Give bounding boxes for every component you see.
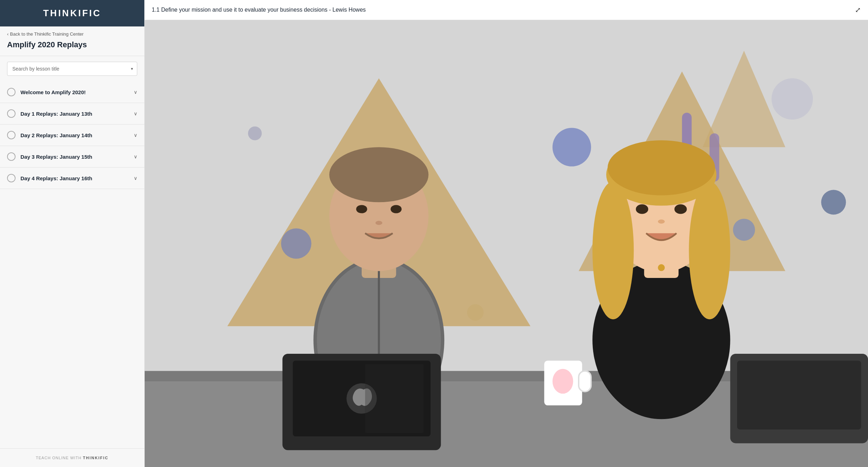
thinkific-logo: THINKIFIC — [43, 8, 101, 19]
svg-point-40 — [674, 204, 687, 214]
sidebar-footer: TEACH ONLINE WITH THINKIFIC — [0, 448, 144, 467]
svg-point-22 — [391, 205, 402, 213]
video-header: 1.1 Define your mission and use it to ev… — [145, 0, 868, 20]
footer-brand: THINKIFIC — [83, 456, 108, 460]
chapter-header-5[interactable]: Day 4 Replays: January 16th∨ — [7, 168, 137, 189]
chapter-header-1[interactable]: Welcome to Amplify 2020!∨ — [7, 81, 137, 103]
svg-rect-44 — [737, 360, 861, 429]
svg-point-39 — [636, 204, 648, 214]
chapter-label: Day 1 Replays: January 13th — [20, 111, 129, 117]
chevron-down-icon: ∨ — [134, 154, 137, 159]
chapter-header-3[interactable]: Day 2 Replays: January 14th∨ — [7, 125, 137, 146]
back-chevron-icon: ‹ — [7, 31, 8, 37]
chapter-circle-icon — [7, 174, 16, 182]
svg-point-23 — [375, 221, 382, 225]
svg-point-10 — [733, 219, 755, 241]
svg-point-9 — [772, 78, 813, 120]
svg-point-38 — [608, 140, 715, 195]
chapter-circle-icon — [7, 152, 16, 161]
search-container: Search by lesson title ▾ — [0, 56, 144, 81]
chapter-label: Day 2 Replays: January 14th — [20, 132, 129, 138]
chapter-item: Welcome to Amplify 2020!∨ — [0, 81, 144, 103]
svg-point-8 — [281, 229, 312, 259]
chapter-item: Day 2 Replays: January 14th∨ — [0, 125, 144, 146]
chapter-item: Day 4 Replays: January 16th∨ — [0, 168, 144, 189]
main-content: 1.1 Define your mission and use it to ev… — [145, 0, 868, 467]
sidebar: THINKIFIC ‹ Back to the Thinkific Traini… — [0, 0, 145, 467]
svg-point-12 — [248, 127, 262, 140]
footer-text: TEACH ONLINE WITH — [36, 456, 82, 460]
chapter-label: Day 3 Replays: January 15th — [20, 154, 129, 160]
svg-point-42 — [658, 264, 665, 271]
video-scene — [145, 20, 868, 467]
chevron-down-icon: ∨ — [134, 89, 137, 95]
chapter-circle-icon — [7, 109, 16, 118]
chapter-circle-icon — [7, 88, 16, 96]
chapter-header-2[interactable]: Day 1 Replays: January 13th∨ — [7, 103, 137, 124]
search-dropdown-wrapper: Search by lesson title ▾ — [7, 62, 137, 76]
svg-point-36 — [592, 182, 634, 319]
chevron-down-icon: ∨ — [134, 111, 137, 116]
logo-area: THINKIFIC — [0, 0, 144, 26]
back-label: Back to the Thinkific Training Center — [10, 31, 84, 37]
chapter-item: Day 3 Replays: January 15th∨ — [0, 146, 144, 168]
svg-point-21 — [356, 205, 367, 213]
svg-point-20 — [329, 147, 428, 202]
svg-point-7 — [553, 128, 591, 166]
chapter-label: Welcome to Amplify 2020! — [20, 89, 129, 95]
course-title: Amplify 2020 Replays — [0, 39, 144, 56]
svg-point-37 — [689, 182, 730, 319]
svg-rect-28 — [365, 364, 424, 433]
chevron-down-icon: ∨ — [134, 175, 137, 181]
video-container[interactable] — [145, 20, 868, 467]
chevron-down-icon: ∨ — [134, 132, 137, 138]
svg-rect-30 — [579, 371, 591, 392]
video-title: 1.1 Define your mission and use it to ev… — [152, 7, 366, 13]
video-svg — [145, 20, 868, 467]
svg-point-41 — [658, 219, 665, 224]
search-dropdown[interactable]: Search by lesson title — [7, 62, 137, 76]
chapter-circle-icon — [7, 131, 16, 139]
chapter-list: Welcome to Amplify 2020!∨Day 1 Replays: … — [0, 81, 144, 448]
fullscreen-icon[interactable]: ⤢ — [855, 6, 861, 14]
svg-point-13 — [821, 190, 846, 214]
chapter-header-4[interactable]: Day 3 Replays: January 15th∨ — [7, 146, 137, 167]
svg-point-11 — [467, 304, 484, 321]
svg-point-31 — [553, 369, 573, 394]
svg-rect-1 — [145, 20, 868, 409]
chapter-item: Day 1 Replays: January 13th∨ — [0, 103, 144, 125]
chapter-label: Day 4 Replays: January 16th — [20, 175, 129, 181]
back-link[interactable]: ‹ Back to the Thinkific Training Center — [0, 26, 144, 39]
